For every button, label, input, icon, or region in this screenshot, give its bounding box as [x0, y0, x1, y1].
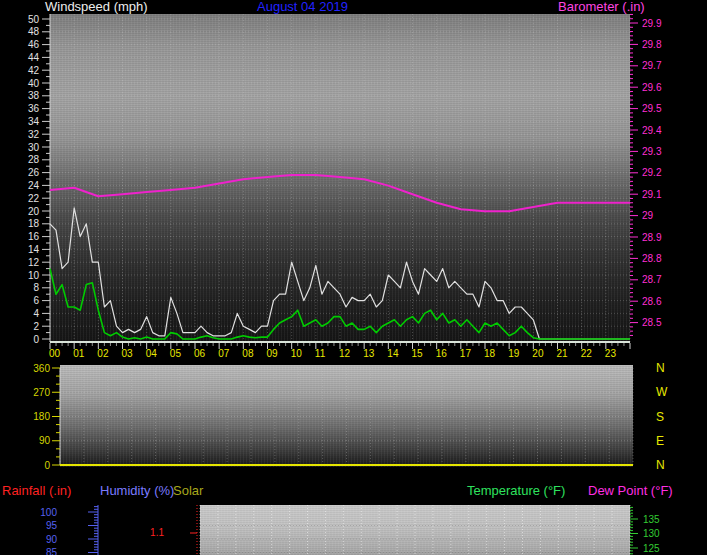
- weather-graph-screen: Windspeed (mph) August 04 2019 Barometer…: [0, 0, 707, 555]
- rainfall-label: Rainfall (.in): [2, 483, 71, 499]
- chart2-compass-letters: NWSEN: [656, 361, 668, 472]
- svg-text:S: S: [656, 410, 664, 424]
- svg-text:28.8: 28.8: [642, 253, 662, 264]
- svg-text:24: 24: [28, 180, 40, 191]
- chart3-rainfall-axis: 1.1: [150, 505, 197, 555]
- svg-text:10: 10: [28, 270, 40, 281]
- svg-text:E: E: [656, 434, 664, 448]
- svg-text:0: 0: [33, 334, 39, 345]
- svg-text:15: 15: [412, 348, 424, 359]
- svg-text:12: 12: [28, 257, 40, 268]
- svg-text:02: 02: [97, 348, 109, 359]
- svg-text:19: 19: [508, 348, 520, 359]
- svg-text:34: 34: [28, 116, 40, 127]
- svg-text:01: 01: [73, 348, 85, 359]
- svg-text:6: 6: [33, 295, 39, 306]
- svg-text:05: 05: [170, 348, 182, 359]
- svg-text:360: 360: [33, 363, 50, 374]
- svg-text:18: 18: [28, 218, 40, 229]
- svg-text:23: 23: [605, 348, 617, 359]
- svg-text:36: 36: [28, 103, 40, 114]
- svg-text:42: 42: [28, 65, 40, 76]
- svg-text:22: 22: [28, 193, 40, 204]
- solar-label: Solar: [173, 483, 203, 499]
- svg-text:29.1: 29.1: [642, 189, 662, 200]
- svg-text:2: 2: [33, 321, 39, 332]
- svg-text:40: 40: [28, 78, 40, 89]
- barometer-line: [50, 175, 630, 211]
- svg-text:N: N: [656, 361, 665, 375]
- svg-text:85: 85: [46, 547, 58, 555]
- svg-text:270: 270: [33, 387, 50, 398]
- svg-text:04: 04: [146, 348, 158, 359]
- chart1-windspeed-axis: 5048464442403836343230282624222018161412…: [28, 14, 50, 345]
- svg-text:07: 07: [218, 348, 230, 359]
- svg-text:16: 16: [436, 348, 448, 359]
- svg-text:29.9: 29.9: [642, 18, 662, 29]
- svg-text:11: 11: [315, 348, 326, 359]
- svg-text:90: 90: [46, 534, 58, 545]
- svg-text:W: W: [656, 385, 668, 399]
- svg-text:13: 13: [363, 348, 375, 359]
- svg-text:130: 130: [643, 528, 660, 539]
- svg-text:8: 8: [33, 282, 39, 293]
- svg-text:29.4: 29.4: [642, 125, 662, 136]
- svg-text:28.9: 28.9: [642, 232, 662, 243]
- svg-text:21: 21: [557, 348, 569, 359]
- svg-text:12: 12: [339, 348, 351, 359]
- wind-average-line: [50, 269, 630, 339]
- svg-text:180: 180: [33, 411, 50, 422]
- svg-text:100: 100: [40, 507, 57, 518]
- svg-text:N: N: [656, 458, 665, 472]
- svg-text:16: 16: [28, 231, 40, 242]
- svg-text:28: 28: [28, 154, 40, 165]
- svg-text:20: 20: [28, 206, 40, 217]
- svg-text:135: 135: [643, 514, 660, 525]
- svg-text:44: 44: [28, 52, 40, 63]
- svg-text:48: 48: [28, 26, 40, 37]
- svg-text:125: 125: [643, 543, 660, 554]
- svg-text:29.6: 29.6: [642, 82, 662, 93]
- chart3-humidity-axis: 100959085: [40, 505, 98, 555]
- svg-text:17: 17: [460, 348, 472, 359]
- svg-text:90: 90: [39, 435, 51, 446]
- chart3-temperature-axis: 135130125: [630, 507, 660, 553]
- svg-text:29.3: 29.3: [642, 146, 662, 157]
- svg-text:4: 4: [33, 308, 39, 319]
- svg-text:29.7: 29.7: [642, 60, 662, 71]
- chart1-hour-axis: 0001020304050607080910111213141516171819…: [49, 342, 630, 359]
- svg-text:22: 22: [581, 348, 593, 359]
- svg-text:09: 09: [267, 348, 279, 359]
- chart3-grid: [200, 505, 630, 555]
- charts-overlay: 5048464442403836343230282624222018161412…: [0, 0, 707, 555]
- svg-text:95: 95: [46, 520, 58, 531]
- svg-text:29.2: 29.2: [642, 167, 662, 178]
- svg-text:0: 0: [44, 460, 50, 471]
- svg-text:06: 06: [194, 348, 206, 359]
- svg-text:18: 18: [484, 348, 496, 359]
- svg-text:29.5: 29.5: [642, 103, 662, 114]
- svg-text:26: 26: [28, 167, 40, 178]
- svg-text:46: 46: [28, 39, 40, 50]
- svg-text:30: 30: [28, 142, 40, 153]
- svg-text:03: 03: [122, 348, 134, 359]
- svg-text:00: 00: [49, 348, 61, 359]
- temperature-label: Temperature (°F): [467, 483, 565, 499]
- svg-text:28.7: 28.7: [642, 274, 662, 285]
- svg-text:28.6: 28.6: [642, 296, 662, 307]
- svg-text:14: 14: [28, 244, 40, 255]
- svg-text:20: 20: [532, 348, 544, 359]
- svg-text:1.1: 1.1: [150, 527, 164, 538]
- svg-text:14: 14: [387, 348, 399, 359]
- chart1-barometer-axis: 29.929.829.729.629.529.429.329.229.12928…: [630, 14, 662, 335]
- svg-text:29.8: 29.8: [642, 39, 662, 50]
- svg-text:08: 08: [242, 348, 254, 359]
- svg-text:32: 32: [28, 129, 40, 140]
- svg-text:29: 29: [642, 210, 654, 221]
- svg-text:38: 38: [28, 90, 40, 101]
- svg-text:10: 10: [291, 348, 303, 359]
- humidity-label: Humidity (%): [100, 483, 174, 499]
- svg-text:50: 50: [28, 14, 40, 25]
- chart2-grid: [60, 368, 633, 465]
- svg-text:28.5: 28.5: [642, 317, 662, 328]
